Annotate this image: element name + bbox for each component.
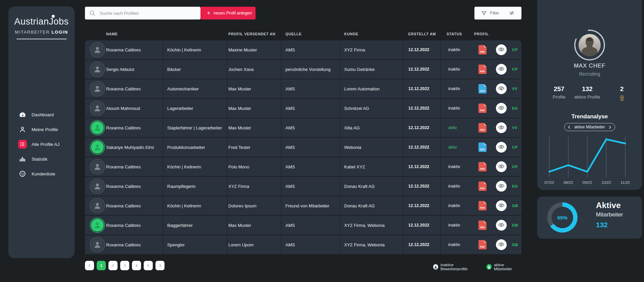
- bars-icon: [18, 155, 27, 163]
- page-button-1[interactable]: 1: [97, 261, 106, 270]
- column-separator: [163, 40, 163, 255]
- view-profile-button[interactable]: [496, 220, 507, 231]
- cell-name: Roxanna Calibres: [106, 223, 141, 228]
- profile-photo: [579, 34, 601, 56]
- avatar-inactive: [91, 199, 104, 212]
- cell-customer: XYZ Firma, Webonia: [344, 242, 384, 247]
- pdf-file-icon[interactable]: PDF: [478, 45, 487, 54]
- table-row: Roxanna CalibresKöchin | KellnerinMaxine…: [85, 40, 521, 60]
- active-person-icon: [487, 264, 492, 270]
- doc-file-icon[interactable]: DOC: [478, 84, 487, 93]
- eye-icon: [498, 85, 505, 93]
- sidebar-item-kundenliste[interactable]: Kundenliste: [8, 166, 75, 181]
- view-profile-button[interactable]: [496, 44, 507, 55]
- sidebar-item-alle-profile-aj[interactable]: Alle Profile AJ: [8, 137, 75, 152]
- cell-customer: Donau Kraft AG: [344, 203, 375, 208]
- sidebar-item-meine-profile[interactable]: Meine Profile: [8, 122, 75, 137]
- chevron-right-icon[interactable]: [608, 125, 612, 129]
- page-button-3[interactable]: 3: [120, 261, 129, 270]
- search-input[interactable]: [99, 10, 200, 16]
- eye-icon: [498, 221, 505, 229]
- eye-icon: [498, 202, 505, 210]
- cell-sent-to: Max Muster: [228, 86, 251, 91]
- pagination: 12345: [85, 261, 165, 270]
- new-profile-button[interactable]: + neues Profil anlegen: [200, 7, 256, 19]
- app-canvas: { "app": { "logo_part1": "Austrian", "lo…: [0, 0, 644, 282]
- pdf-file-icon[interactable]: PDF: [478, 65, 487, 74]
- page-button-5[interactable]: 5: [144, 261, 153, 270]
- page-button-4[interactable]: 4: [132, 261, 141, 270]
- active-card-title: Aktive: [596, 201, 621, 210]
- filter-label: Filter: [490, 11, 499, 15]
- recruiter-initials: CP: [512, 67, 518, 71]
- trend-series-label: aktive Mitarbeiter: [574, 125, 605, 129]
- active-card-subtitle: Mitarbeiter: [596, 211, 623, 218]
- next-page-button[interactable]: [155, 261, 165, 270]
- cell-customer: Webonia: [344, 145, 361, 150]
- view-profile-button[interactable]: [496, 181, 507, 192]
- avatar-inactive: [91, 102, 104, 115]
- cell-source: AMS: [285, 47, 295, 52]
- page-button-2[interactable]: 2: [108, 261, 118, 270]
- legend-label: inaktive Bewerberprofile: [441, 263, 479, 271]
- cell-created-date: 12.12.2022: [408, 223, 429, 228]
- view-profile-button[interactable]: [496, 64, 507, 75]
- x-tick-label: 08/22: [563, 180, 573, 185]
- cell-job-title: Baggerfahrer: [167, 223, 193, 228]
- table-row: Roxanna CalibresAutomechanikerMax Muster…: [85, 79, 521, 99]
- pdf-file-icon[interactable]: PDF: [478, 182, 487, 191]
- sidebar-item-label: Statistik: [32, 157, 47, 162]
- avatar-inactive: [91, 180, 104, 193]
- stat-aktive-profile: 132aktive Profile: [569, 85, 606, 99]
- pdf-file-icon[interactable]: PDF: [478, 201, 487, 210]
- app-logo: AustrianJobs: [14, 16, 68, 27]
- cell-job-title: Staplerfahrer | Lagerarbeiter: [167, 125, 222, 130]
- column-header-source: QUELLE: [285, 32, 302, 36]
- status-badge: inaktiv: [448, 184, 460, 189]
- sidebar-item-dashboard[interactable]: Dashboard: [8, 107, 75, 122]
- award-ribbon-icon: [618, 94, 626, 103]
- cell-name: Roxanna Calibres: [106, 47, 141, 52]
- cell-job-title: Automechaniker: [167, 86, 199, 91]
- view-profile-button[interactable]: [496, 83, 507, 94]
- cell-customer: XYZ Firma, Webonia: [344, 223, 384, 228]
- avatar-active: [91, 121, 104, 134]
- status-badge: aktiv: [448, 145, 457, 150]
- cell-customer: Donau Kraft AG: [344, 184, 375, 189]
- view-profile-button[interactable]: [496, 142, 507, 153]
- pdf-file-icon[interactable]: PDF: [478, 162, 487, 171]
- cell-name: Sakariye Muhiyadin Elmi: [106, 145, 154, 150]
- view-profile-button[interactable]: [496, 122, 507, 133]
- column-header-status: STATUS: [447, 32, 462, 36]
- cell-sent-to: Lorem Upom: [228, 242, 254, 247]
- view-profile-button[interactable]: [496, 161, 507, 172]
- cell-sent-to: Max Muster: [228, 106, 251, 111]
- status-badge: inaktiv: [448, 86, 460, 91]
- trend-chart-title: Trendanalyse: [537, 113, 642, 120]
- cell-created-date: 12.12.2022: [408, 106, 429, 111]
- prev-page-button[interactable]: [85, 261, 94, 270]
- funnel-icon: [481, 10, 487, 16]
- status-badge: aktiv: [448, 125, 457, 130]
- filter-button[interactable]: Filter: [474, 7, 521, 19]
- view-profile-button[interactable]: [496, 200, 507, 211]
- pdf-file-icon[interactable]: PDF: [478, 104, 487, 113]
- cell-created-date: 12.12.2022: [408, 242, 429, 247]
- cell-customer: Kabel XYZ: [344, 164, 365, 169]
- pdf-file-icon[interactable]: PDF: [478, 123, 487, 132]
- profiles-table: Roxanna CalibresKöchin | KellnerinMaxine…: [85, 40, 521, 255]
- active-employees-card: 65% Aktive Mitarbeiter 132: [537, 197, 642, 239]
- view-profile-button[interactable]: [496, 103, 507, 114]
- sidebar-item-statistik[interactable]: Statistik: [8, 152, 75, 166]
- cell-created-date: 12.12.2022: [408, 47, 429, 52]
- recruiter-card: MAX CHEF Recruiting 257Profile132aktive …: [537, 0, 642, 190]
- view-profile-button[interactable]: [496, 239, 507, 250]
- doc-file-icon[interactable]: DOC: [478, 143, 487, 152]
- cell-created-date: 12.12.2022: [408, 184, 429, 189]
- pdf-file-icon[interactable]: PDF: [478, 220, 487, 230]
- pdf-file-icon[interactable]: PDF: [478, 240, 487, 249]
- cell-source: AMS: [285, 164, 295, 169]
- chevron-left-icon[interactable]: [567, 125, 571, 129]
- inactive-person-icon: [433, 264, 438, 270]
- avatar-inactive: [91, 160, 104, 173]
